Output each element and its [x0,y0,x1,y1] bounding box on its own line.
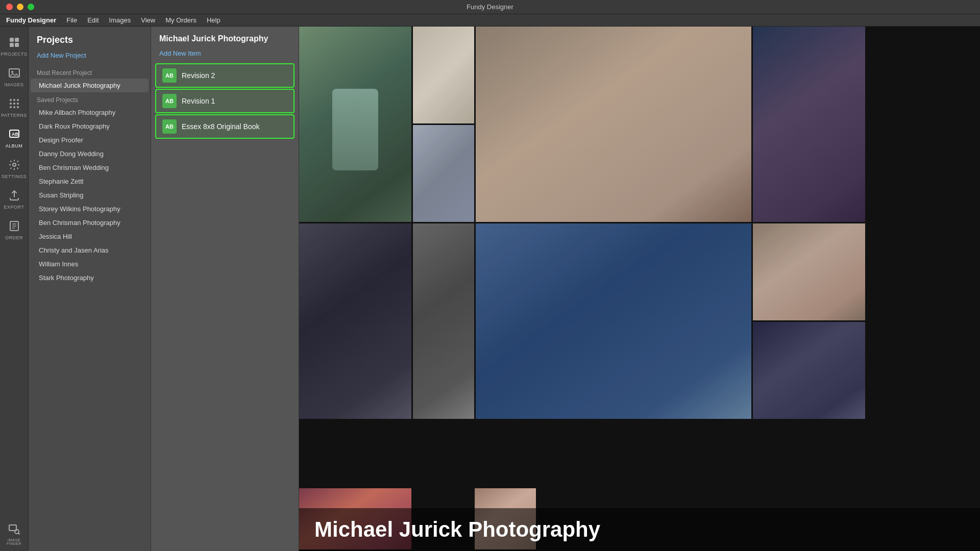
image-finder-icon [7,522,21,536]
photo-couple-formal [753,27,865,222]
project-stark-photo[interactable]: Stark Photography [31,271,149,285]
close-button[interactable] [6,4,13,10]
project-design-proofer[interactable]: Design Proofer [31,133,149,147]
sidebar-item-order[interactable]: ORDER [0,214,29,245]
maximize-button[interactable] [28,4,34,10]
photo-white-dress [413,27,474,123]
svg-point-9 [10,103,12,105]
project-name-text: Michael Jurick Photography [314,517,600,541]
project-name-overlay: Michael Jurick Photography [299,508,980,551]
project-dark-roux[interactable]: Dark Roux Photography [31,119,149,133]
app-body: PROJECTS IMAGES [0,27,980,551]
most-recent-project-item[interactable]: Michael Jurick Photography [31,79,149,92]
minimize-button[interactable] [17,4,23,10]
app-name: Fundy Designer [6,16,56,24]
svg-point-6 [10,99,12,101]
main-content: Michael Jurick Photography [299,27,980,551]
menu-help[interactable]: Help [207,16,220,24]
revision1-label: Revision 1 [182,97,215,105]
sidebar-item-settings[interactable]: SETTINGS [0,153,29,184]
patterns-label: PATTERNS [1,113,27,118]
export-icon [7,188,21,203]
add-new-project-button[interactable]: Add New Project [29,49,151,65]
project-stephanie-zettl[interactable]: Stephanie Zettl [31,174,149,188]
sidebar-item-image-finder[interactable]: IMAGE FINDER [0,518,29,549]
menu-file[interactable]: File [66,16,77,24]
revision-item-essex[interactable]: AB Essex 8x8 Original Book [155,114,295,139]
svg-point-8 [17,99,19,101]
image-finder-label: IMAGE FINDER [0,538,29,545]
svg-point-14 [17,106,19,108]
images-label: IMAGES [4,82,23,87]
project-danny-dong[interactable]: Danny Dong Wedding [31,147,149,161]
projects-panel-title: Projects [29,27,151,49]
sidebar-item-patterns[interactable]: PATTERNS [0,92,29,122]
add-new-item-button[interactable]: Add New Item [151,48,299,62]
revision-item-1[interactable]: AB Revision 1 [155,89,295,113]
photo-blue-dress [476,223,751,419]
menu-images[interactable]: Images [109,16,131,24]
svg-point-10 [13,103,15,105]
essexbook-icon: AB [162,119,177,134]
menu-edit[interactable]: Edit [87,16,99,24]
album-icon: AB [7,127,21,141]
photo-girl-jacket [299,27,411,222]
photo-girl-bw [413,223,474,419]
photo-sneakers [413,125,474,222]
project-mike-allbach[interactable]: Mike Allbach Photography [31,106,149,119]
most-recent-label: Most Recent Project [29,65,151,79]
project-christy-jasen[interactable]: Christy and Jasen Arias [31,243,149,257]
svg-rect-3 [15,43,19,47]
photo-couple-ballroom [753,223,865,320]
order-icon [7,219,21,233]
svg-rect-2 [10,43,14,47]
svg-point-7 [13,99,15,101]
svg-text:AB: AB [12,132,18,137]
menu-myorders[interactable]: My Orders [165,16,197,24]
project-ben-chrisman-wedding[interactable]: Ben Chrisman Wedding [31,161,149,174]
window-controls [6,4,34,10]
projects-icon [7,35,21,49]
project-jessica-hill[interactable]: Jessica Hill [31,230,149,243]
gear-icon [7,158,21,172]
images-icon [7,66,21,80]
photo-girl-makeup [476,27,751,222]
svg-point-13 [13,106,15,108]
settings-label: SETTINGS [2,174,27,179]
menu-view[interactable]: View [141,16,155,24]
detail-panel: Michael Jurick Photography Add New Item … [151,27,299,551]
order-label: ORDER [5,235,23,240]
album-label: ALBUM [6,143,23,148]
sidebar-item-export[interactable]: EXPORT [0,184,29,214]
photo-family-formal [753,322,865,419]
svg-point-11 [17,103,19,105]
sidebar-item-images[interactable]: IMAGES [0,61,29,92]
project-william-innes[interactable]: William Innes [31,257,149,271]
icon-sidebar: PROJECTS IMAGES [0,27,29,551]
project-storey-wilkins[interactable]: Storey Wilkins Photography [31,202,149,216]
saved-projects-label: Saved Projects [29,92,151,106]
revision-item-2[interactable]: AB Revision 2 [155,63,295,88]
menu-bar: Fundy Designer File Edit Images View My … [0,14,980,27]
sidebar-item-album[interactable]: AB ALBUM [0,122,29,153]
patterns-icon [7,96,21,111]
photo-grid [299,27,980,551]
saved-projects-list: Mike Allbach Photography Dark Roux Photo… [29,106,151,551]
detail-items-list: AB Revision 2 AB Revision 1 AB Essex 8x8… [151,62,299,551]
svg-point-17 [13,163,16,166]
projects-panel: Projects Add New Project Most Recent Pro… [29,27,151,551]
revision2-icon: AB [162,68,177,83]
svg-rect-0 [10,38,14,42]
revision2-label: Revision 2 [182,71,215,80]
project-ben-chrisman-photo[interactable]: Ben Chrisman Photography [31,216,149,230]
svg-point-5 [11,71,13,73]
detail-panel-title: Michael Jurick Photography [151,27,299,48]
title-bar: Fundy Designer [0,0,980,14]
window-title: Fundy Designer [467,3,513,11]
project-susan-stripling[interactable]: Susan Stripling [31,188,149,202]
essexbook-label: Essex 8x8 Original Book [182,122,260,131]
sidebar-item-projects[interactable]: PROJECTS [0,31,29,61]
svg-point-12 [10,106,12,108]
revision1-icon: AB [162,94,177,108]
projects-label: PROJECTS [1,52,27,57]
